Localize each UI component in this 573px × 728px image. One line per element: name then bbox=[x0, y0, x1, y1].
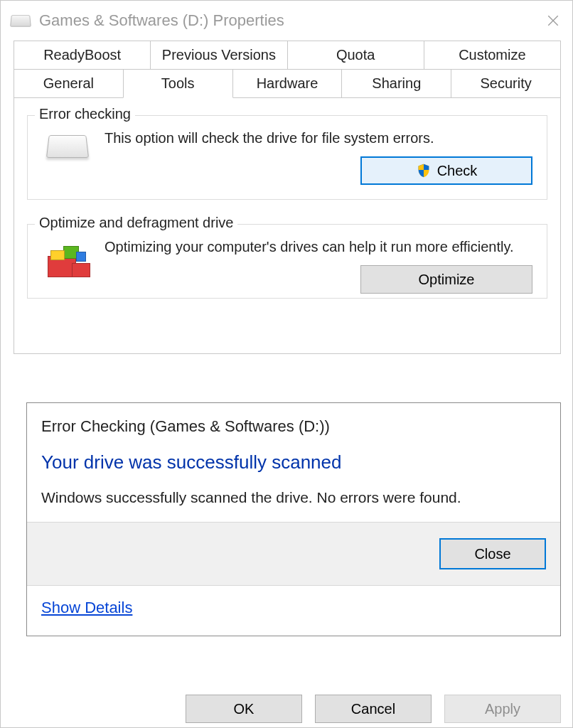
tabs-container: ReadyBoost Previous Versions Quota Custo… bbox=[1, 41, 573, 98]
tab-tools[interactable]: Tools bbox=[123, 69, 233, 98]
dialog-message: Windows successfully scanned the drive. … bbox=[41, 489, 546, 506]
tab-security[interactable]: Security bbox=[451, 69, 561, 98]
tab-quota[interactable]: Quota bbox=[287, 41, 424, 70]
tab-customize[interactable]: Customize bbox=[424, 41, 561, 70]
dialog-close-button[interactable]: Close bbox=[439, 538, 546, 569]
drive-icon bbox=[46, 135, 89, 158]
tab-hardware[interactable]: Hardware bbox=[232, 69, 343, 98]
apply-button-label: Apply bbox=[485, 701, 520, 717]
show-details-link[interactable]: Show Details bbox=[41, 599, 132, 616]
tab-previous-versions[interactable]: Previous Versions bbox=[150, 41, 287, 70]
group-error-checking: Error checking This option will check th… bbox=[27, 115, 547, 200]
optimize-button[interactable]: Optimize bbox=[360, 265, 532, 294]
group-title-optimize: Optimize and defragment drive bbox=[35, 215, 237, 231]
tab-sharing[interactable]: Sharing bbox=[341, 69, 451, 98]
optimize-description: Optimizing your computer's drives can he… bbox=[105, 239, 532, 255]
dialog-error-checking-result: Error Checking (Games & Softwares (D:)) … bbox=[26, 402, 561, 636]
check-button-label: Check bbox=[437, 163, 478, 179]
defrag-icon bbox=[48, 242, 87, 282]
close-button[interactable] bbox=[537, 4, 569, 37]
group-title-error-checking: Error checking bbox=[35, 106, 135, 122]
window-footer-buttons: OK Cancel Apply bbox=[186, 695, 561, 723]
dialog-title: Error Checking (Games & Softwares (D:)) bbox=[27, 403, 560, 451]
error-checking-description: This option will check the drive for fil… bbox=[105, 130, 532, 146]
window-title: Games & Softwares (D:) Properties bbox=[39, 11, 537, 30]
tab-readyboost[interactable]: ReadyBoost bbox=[14, 41, 151, 70]
check-button[interactable]: Check bbox=[360, 156, 532, 185]
ok-button[interactable]: OK bbox=[186, 695, 302, 723]
drive-icon bbox=[10, 15, 31, 26]
shield-icon bbox=[416, 163, 432, 178]
tab-general[interactable]: General bbox=[14, 69, 124, 98]
window-titlebar: Games & Softwares (D:) Properties bbox=[1, 1, 573, 41]
dialog-headline: Your drive was successfully scanned bbox=[41, 451, 546, 473]
optimize-button-label: Optimize bbox=[419, 272, 475, 288]
cancel-button-label: Cancel bbox=[351, 701, 395, 717]
close-button-label: Close bbox=[474, 546, 510, 562]
ok-button-label: OK bbox=[234, 701, 255, 717]
tab-panel-tools: Error checking This option will check th… bbox=[14, 98, 561, 354]
apply-button[interactable]: Apply bbox=[444, 695, 561, 723]
group-optimize: Optimize and defragment drive Optimizing… bbox=[27, 224, 547, 299]
close-icon bbox=[547, 14, 559, 27]
cancel-button[interactable]: Cancel bbox=[315, 695, 432, 723]
